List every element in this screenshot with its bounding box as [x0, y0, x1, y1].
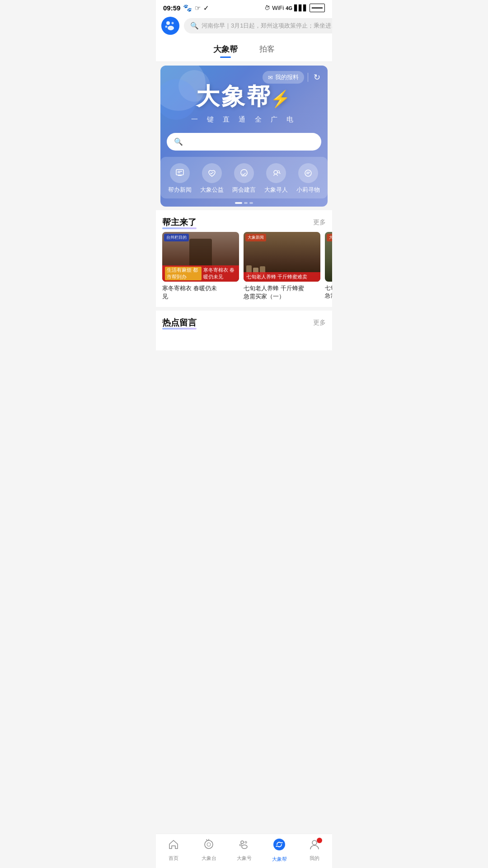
status-time: 09:59: [163, 4, 180, 12]
lianghui-jianyan-icon: [234, 163, 254, 183]
news-card-2-title: 七旬老人养蜂 千斤蜂蜜急需买家（一）: [244, 284, 320, 301]
nav-xiaoli-xunwu-label: 小莉寻物: [296, 186, 320, 194]
channel-badge-2: 大象新闻: [245, 234, 266, 241]
news-badge-1: 生活有麻烦 都市帮到办 寒冬寄棉衣 春暖仍未见: [162, 265, 239, 282]
speedometer-icon: ⏱: [264, 5, 270, 11]
svg-point-1: [172, 22, 174, 24]
daxiang-xunren-icon: [266, 163, 286, 183]
paw-status-icon: 🐾: [183, 4, 192, 12]
hot-comments-more[interactable]: 更多: [313, 319, 326, 327]
badge-text-2: 七旬老人养蜂 千斤蜂蜜难卖: [246, 274, 307, 280]
news-card-2[interactable]: 大象新闻 七旬老人养蜂 千斤蜂蜜难卖 七旬老人养蜂 千斤蜂蜜急需买家（一）: [244, 232, 320, 301]
nav-lianghui-jianyan-label: 两会建言: [232, 186, 256, 194]
news-card-3[interactable]: 大象新闻 七旬老急需买...: [325, 232, 332, 301]
divider: [308, 73, 308, 82]
hot-comments-section: 热点留言 更多: [156, 311, 332, 350]
news-card-2-image: 大象新闻 七旬老人养蜂 千斤蜂蜜难卖: [244, 232, 320, 282]
news-card-3-title: 七旬老急需买...: [325, 284, 332, 300]
signal-icon: ▋▋▋: [294, 5, 308, 11]
tabs-container: 大象帮 拍客: [156, 39, 332, 62]
svg-point-0: [166, 21, 170, 25]
svg-line-10: [279, 173, 280, 174]
nav-daxiang-xunren[interactable]: 大象寻人: [264, 163, 288, 194]
badge-tag-1: 生活有麻烦 都市帮到办: [165, 267, 202, 280]
bangzhu-more[interactable]: 更多: [313, 218, 326, 226]
battery-icon: ━━━: [310, 4, 325, 12]
tab-underline: [220, 57, 231, 58]
svg-point-11: [305, 170, 311, 176]
nav-daxiang-gongyi[interactable]: 大象公益: [200, 163, 224, 194]
news-scroll: 台州栏目的 生活有麻烦 都市帮到办 寒冬寄棉衣 春暖仍未见 寒冬寄棉衣 春暖仍未…: [156, 232, 332, 307]
bangzhu-section: 帮主来了 更多 台州栏目的 生活有麻烦 都市帮到办 寒冬寄棉衣 春暖仍未见: [156, 210, 332, 307]
my-report-label: 我的报料: [275, 73, 299, 81]
channel-badge-1: 台州栏目的: [164, 234, 189, 241]
shield-status-icon: ✓: [203, 4, 209, 12]
tab-pake-label: 拍客: [259, 44, 275, 54]
wifi-icon: WiFi: [272, 5, 284, 11]
news-badge-2: 七旬老人养蜂 千斤蜂蜜难卖: [244, 272, 320, 282]
news-card-3-image: 大象新闻: [325, 232, 332, 282]
banner-title-text: 大象帮: [196, 83, 272, 109]
svg-rect-7: [178, 175, 182, 176]
daxiang-gongyi-icon: [202, 163, 222, 183]
section-title-underline: [162, 227, 197, 229]
top-bar: 🔍 河南你早｜3月1日起，郑州这项政策停止；乘坐进...: [156, 14, 332, 39]
svg-point-8: [274, 170, 277, 174]
nav-daxiang-gongyi-label: 大象公益: [200, 186, 224, 194]
svg-point-2: [165, 26, 168, 28]
banner-subtitle: 一 键 直 通 全 广 电: [191, 115, 297, 124]
hot-comments-underline: [162, 328, 197, 330]
tab-pake[interactable]: 拍客: [258, 41, 277, 61]
hot-comments-content: [156, 332, 332, 350]
envelope-icon: ✉: [268, 74, 273, 81]
svg-point-3: [168, 26, 174, 30]
status-icons-right: ⏱ WiFi 4G ▋▋▋ ━━━: [264, 4, 325, 12]
hot-comments-header: 热点留言 更多: [156, 311, 332, 332]
banner: ✉ 我的报料 ↻ 大象帮⚡ 一 键 直 通 全 广 电 🔍: [160, 66, 328, 207]
bangban-xinwen-icon: [170, 163, 190, 183]
nav-bangban-xinwen-label: 帮办新闻: [168, 186, 192, 194]
hand-status-icon: ☞: [195, 4, 201, 12]
hot-comments-title: 热点留言: [162, 317, 197, 329]
dots-indicator: [167, 198, 321, 207]
badge-text-1: 寒冬寄棉衣 春暖仍未见: [203, 267, 236, 280]
search-bar[interactable]: 🔍 河南你早｜3月1日起，郑州这项政策停止；乘坐进...: [184, 18, 332, 33]
refresh-button[interactable]: ↻: [312, 71, 322, 83]
dot-2: [244, 202, 248, 204]
xiaoli-xunwu-icon: [298, 163, 318, 183]
lightning-icon: ⚡: [270, 90, 292, 108]
bangzhu-header: 帮主来了 更多: [156, 210, 332, 232]
dot-3: [249, 202, 253, 204]
bangzhu-title: 帮主来了: [162, 217, 197, 228]
news-card-1-title: 寒冬寄棉衣 春暖仍未见: [162, 284, 239, 301]
tab-daxiangbang[interactable]: 大象帮: [211, 41, 239, 61]
banner-nav: 帮办新闻 大象公益 两会建言: [160, 157, 328, 198]
banner-search[interactable]: 🔍: [167, 133, 321, 151]
search-icon: 🔍: [190, 22, 199, 30]
tab-daxiangbang-label: 大象帮: [213, 44, 238, 55]
news-card-1[interactable]: 台州栏目的 生活有麻烦 都市帮到办 寒冬寄棉衣 春暖仍未见 寒冬寄棉衣 春暖仍未…: [162, 232, 239, 301]
svg-rect-4: [176, 170, 183, 175]
banner-search-icon: 🔍: [174, 137, 183, 146]
4g-icon: 4G: [286, 5, 292, 11]
nav-xiaoli-xunwu[interactable]: 小莉寻物: [296, 163, 320, 194]
banner-main-title: 大象帮⚡: [196, 81, 292, 113]
app-logo: [161, 17, 179, 35]
search-bar-placeholder: 河南你早｜3月1日起，郑州这项政策停止；乘坐进...: [202, 22, 332, 30]
nav-lianghui-jianyan[interactable]: 两会建言: [232, 163, 256, 194]
nav-bangban-xinwen[interactable]: 帮办新闻: [168, 163, 192, 194]
status-bar: 09:59 🐾 ☞ ✓ ⏱ WiFi 4G ▋▋▋ ━━━: [156, 0, 332, 14]
channel-badge-3: 大象新闻: [327, 234, 332, 241]
dot-1: [235, 202, 242, 204]
news-card-1-image: 台州栏目的 生活有麻烦 都市帮到办 寒冬寄棉衣 春暖仍未见: [162, 232, 239, 282]
nav-daxiang-xunren-label: 大象寻人: [264, 186, 288, 194]
